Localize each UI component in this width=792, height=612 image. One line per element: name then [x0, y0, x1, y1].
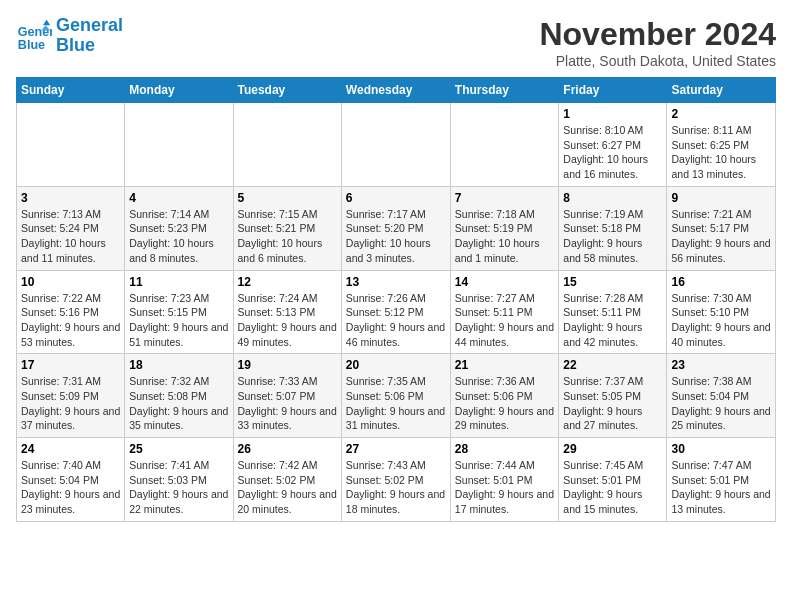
calendar-cell: 2Sunrise: 8:11 AMSunset: 6:25 PMDaylight… [667, 103, 776, 187]
day-info: Sunrise: 7:19 AMSunset: 5:18 PMDaylight:… [563, 207, 662, 266]
calendar-cell: 5Sunrise: 7:15 AMSunset: 5:21 PMDaylight… [233, 186, 341, 270]
calendar-week-5: 24Sunrise: 7:40 AMSunset: 5:04 PMDayligh… [17, 438, 776, 522]
day-number: 10 [21, 275, 120, 289]
day-info: Sunrise: 7:13 AMSunset: 5:24 PMDaylight:… [21, 207, 120, 266]
day-info: Sunrise: 7:40 AMSunset: 5:04 PMDaylight:… [21, 458, 120, 517]
calendar: SundayMondayTuesdayWednesdayThursdayFrid… [16, 77, 776, 522]
day-info: Sunrise: 7:35 AMSunset: 5:06 PMDaylight:… [346, 374, 446, 433]
day-number: 7 [455, 191, 555, 205]
calendar-header-row: SundayMondayTuesdayWednesdayThursdayFrid… [17, 78, 776, 103]
calendar-week-3: 10Sunrise: 7:22 AMSunset: 5:16 PMDayligh… [17, 270, 776, 354]
day-info: Sunrise: 7:36 AMSunset: 5:06 PMDaylight:… [455, 374, 555, 433]
calendar-week-2: 3Sunrise: 7:13 AMSunset: 5:24 PMDaylight… [17, 186, 776, 270]
day-info: Sunrise: 7:22 AMSunset: 5:16 PMDaylight:… [21, 291, 120, 350]
calendar-header-friday: Friday [559, 78, 667, 103]
day-number: 3 [21, 191, 120, 205]
day-number: 23 [671, 358, 771, 372]
calendar-header-wednesday: Wednesday [341, 78, 450, 103]
calendar-cell: 12Sunrise: 7:24 AMSunset: 5:13 PMDayligh… [233, 270, 341, 354]
logo-line2: Blue [56, 35, 95, 55]
svg-marker-2 [43, 20, 50, 25]
day-number: 16 [671, 275, 771, 289]
calendar-cell: 19Sunrise: 7:33 AMSunset: 5:07 PMDayligh… [233, 354, 341, 438]
day-info: Sunrise: 7:30 AMSunset: 5:10 PMDaylight:… [671, 291, 771, 350]
calendar-header-tuesday: Tuesday [233, 78, 341, 103]
day-info: Sunrise: 7:41 AMSunset: 5:03 PMDaylight:… [129, 458, 228, 517]
day-info: Sunrise: 7:24 AMSunset: 5:13 PMDaylight:… [238, 291, 337, 350]
calendar-cell: 7Sunrise: 7:18 AMSunset: 5:19 PMDaylight… [450, 186, 559, 270]
day-number: 9 [671, 191, 771, 205]
calendar-cell: 26Sunrise: 7:42 AMSunset: 5:02 PMDayligh… [233, 438, 341, 522]
day-number: 1 [563, 107, 662, 121]
day-info: Sunrise: 7:38 AMSunset: 5:04 PMDaylight:… [671, 374, 771, 433]
day-number: 6 [346, 191, 446, 205]
day-info: Sunrise: 7:26 AMSunset: 5:12 PMDaylight:… [346, 291, 446, 350]
day-info: Sunrise: 7:28 AMSunset: 5:11 PMDaylight:… [563, 291, 662, 350]
day-number: 14 [455, 275, 555, 289]
calendar-cell: 22Sunrise: 7:37 AMSunset: 5:05 PMDayligh… [559, 354, 667, 438]
day-number: 24 [21, 442, 120, 456]
calendar-cell: 4Sunrise: 7:14 AMSunset: 5:23 PMDaylight… [125, 186, 233, 270]
calendar-cell [341, 103, 450, 187]
calendar-cell: 21Sunrise: 7:36 AMSunset: 5:06 PMDayligh… [450, 354, 559, 438]
day-number: 30 [671, 442, 771, 456]
day-number: 20 [346, 358, 446, 372]
day-info: Sunrise: 7:33 AMSunset: 5:07 PMDaylight:… [238, 374, 337, 433]
header: General Blue General Blue November 2024 … [16, 16, 776, 69]
day-info: Sunrise: 7:44 AMSunset: 5:01 PMDaylight:… [455, 458, 555, 517]
calendar-header-sunday: Sunday [17, 78, 125, 103]
calendar-cell: 1Sunrise: 8:10 AMSunset: 6:27 PMDaylight… [559, 103, 667, 187]
calendar-cell: 30Sunrise: 7:47 AMSunset: 5:01 PMDayligh… [667, 438, 776, 522]
calendar-header-saturday: Saturday [667, 78, 776, 103]
calendar-header-monday: Monday [125, 78, 233, 103]
calendar-week-4: 17Sunrise: 7:31 AMSunset: 5:09 PMDayligh… [17, 354, 776, 438]
day-number: 19 [238, 358, 337, 372]
day-number: 11 [129, 275, 228, 289]
logo-line1: General [56, 15, 123, 35]
day-number: 4 [129, 191, 228, 205]
calendar-cell: 17Sunrise: 7:31 AMSunset: 5:09 PMDayligh… [17, 354, 125, 438]
day-info: Sunrise: 7:23 AMSunset: 5:15 PMDaylight:… [129, 291, 228, 350]
month-title: November 2024 [539, 16, 776, 53]
calendar-cell: 29Sunrise: 7:45 AMSunset: 5:01 PMDayligh… [559, 438, 667, 522]
calendar-cell [17, 103, 125, 187]
calendar-cell: 11Sunrise: 7:23 AMSunset: 5:15 PMDayligh… [125, 270, 233, 354]
day-info: Sunrise: 7:21 AMSunset: 5:17 PMDaylight:… [671, 207, 771, 266]
day-number: 2 [671, 107, 771, 121]
day-number: 27 [346, 442, 446, 456]
day-info: Sunrise: 7:18 AMSunset: 5:19 PMDaylight:… [455, 207, 555, 266]
location-subtitle: Platte, South Dakota, United States [539, 53, 776, 69]
day-info: Sunrise: 7:32 AMSunset: 5:08 PMDaylight:… [129, 374, 228, 433]
calendar-cell [233, 103, 341, 187]
day-info: Sunrise: 7:17 AMSunset: 5:20 PMDaylight:… [346, 207, 446, 266]
day-info: Sunrise: 7:45 AMSunset: 5:01 PMDaylight:… [563, 458, 662, 517]
day-info: Sunrise: 7:37 AMSunset: 5:05 PMDaylight:… [563, 374, 662, 433]
logo-icon: General Blue [16, 18, 52, 54]
logo-text: General Blue [56, 16, 123, 56]
calendar-cell: 24Sunrise: 7:40 AMSunset: 5:04 PMDayligh… [17, 438, 125, 522]
day-info: Sunrise: 8:11 AMSunset: 6:25 PMDaylight:… [671, 123, 771, 182]
day-number: 18 [129, 358, 228, 372]
calendar-cell: 27Sunrise: 7:43 AMSunset: 5:02 PMDayligh… [341, 438, 450, 522]
calendar-cell: 15Sunrise: 7:28 AMSunset: 5:11 PMDayligh… [559, 270, 667, 354]
calendar-cell: 18Sunrise: 7:32 AMSunset: 5:08 PMDayligh… [125, 354, 233, 438]
calendar-week-1: 1Sunrise: 8:10 AMSunset: 6:27 PMDaylight… [17, 103, 776, 187]
calendar-cell: 10Sunrise: 7:22 AMSunset: 5:16 PMDayligh… [17, 270, 125, 354]
day-number: 21 [455, 358, 555, 372]
day-info: Sunrise: 7:43 AMSunset: 5:02 PMDaylight:… [346, 458, 446, 517]
day-number: 22 [563, 358, 662, 372]
calendar-cell [450, 103, 559, 187]
day-number: 13 [346, 275, 446, 289]
title-area: November 2024 Platte, South Dakota, Unit… [539, 16, 776, 69]
calendar-cell: 28Sunrise: 7:44 AMSunset: 5:01 PMDayligh… [450, 438, 559, 522]
calendar-cell: 9Sunrise: 7:21 AMSunset: 5:17 PMDaylight… [667, 186, 776, 270]
day-info: Sunrise: 7:42 AMSunset: 5:02 PMDaylight:… [238, 458, 337, 517]
day-number: 8 [563, 191, 662, 205]
calendar-cell: 25Sunrise: 7:41 AMSunset: 5:03 PMDayligh… [125, 438, 233, 522]
day-number: 12 [238, 275, 337, 289]
day-info: Sunrise: 7:47 AMSunset: 5:01 PMDaylight:… [671, 458, 771, 517]
day-number: 17 [21, 358, 120, 372]
calendar-header-thursday: Thursday [450, 78, 559, 103]
day-info: Sunrise: 7:15 AMSunset: 5:21 PMDaylight:… [238, 207, 337, 266]
day-info: Sunrise: 7:31 AMSunset: 5:09 PMDaylight:… [21, 374, 120, 433]
